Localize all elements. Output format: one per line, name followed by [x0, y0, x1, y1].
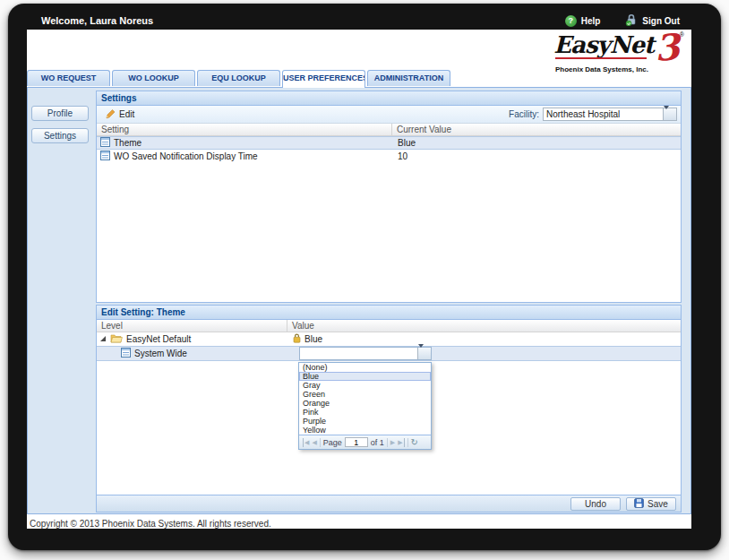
pencil-icon — [105, 108, 116, 121]
logo-brand: EasyNet — [553, 33, 654, 57]
pager-page-label: Page — [323, 438, 342, 447]
help-icon: ? — [565, 15, 577, 27]
logo-underline — [555, 57, 647, 59]
dropdown-item-none[interactable]: (None) — [299, 363, 431, 372]
tab-wo-request[interactable]: WO REQUEST — [27, 70, 110, 86]
settings-grid-header: Setting Current Value — [97, 124, 681, 136]
column-header-value[interactable]: Value — [287, 320, 681, 332]
pager-refresh-icon[interactable]: ↻ — [411, 437, 418, 448]
facility-value: Northeast Hospital — [546, 109, 620, 119]
folder-open-icon — [110, 333, 123, 345]
setting-name: WO Saved Notification Display Time — [114, 151, 258, 161]
edit-setting-title: Edit Setting: Theme — [97, 306, 681, 320]
tree-row-easynet-default[interactable]: EasyNet Default Blue — [97, 332, 681, 346]
setting-name: Theme — [114, 138, 142, 148]
combobox-chevron-down-icon[interactable] — [417, 348, 431, 359]
bottom-toolbar: Undo Save — [96, 495, 682, 513]
content-panel: Profile Settings Settings — [27, 87, 691, 514]
tab-user-preferences[interactable]: USER PREFERENCES — [282, 70, 365, 88]
sign-out-label: Sign Out — [642, 16, 680, 26]
settings-section-title: Settings — [97, 91, 681, 106]
lock-icon — [293, 333, 301, 345]
settings-toolbar: Edit Facility: Northeast Hospital — [97, 106, 681, 124]
table-row-theme[interactable]: Theme Blue — [97, 136, 681, 150]
pager-first-icon[interactable]: ◀ — [303, 438, 309, 447]
save-button-label: Save — [648, 499, 668, 509]
help-label: Help — [581, 16, 601, 26]
logo-registered-mark: ® — [680, 31, 684, 38]
setting-form-icon — [100, 137, 110, 149]
sidebar-item-settings[interactable]: Settings — [31, 128, 89, 143]
dropdown-item-blue[interactable]: Blue — [299, 372, 431, 381]
main-panel: Settings Edit Facili — [96, 90, 683, 513]
setting-current-value: 10 — [398, 151, 407, 161]
edit-button[interactable]: Edit — [100, 108, 139, 122]
facility-select[interactable]: Northeast Hospital — [543, 108, 677, 121]
easynet-logo: EasyNet 3 ® Phoenix Data Systems, Inc. — [550, 33, 684, 71]
dropdown-item-pink[interactable]: Pink — [299, 408, 431, 417]
column-header-current-value[interactable]: Current Value — [392, 124, 681, 135]
save-button[interactable]: Save — [626, 497, 676, 511]
help-button[interactable]: ? Help — [565, 15, 601, 27]
pager-next-icon[interactable]: ▶ — [390, 438, 395, 447]
theme-combobox[interactable] — [299, 347, 432, 360]
facility-label: Facility: — [509, 109, 539, 119]
edit-grid-header: Level Value — [97, 320, 681, 332]
pager-page-input[interactable] — [345, 437, 368, 447]
sign-out-lock-icon — [625, 13, 638, 28]
tree-node-label: EasyNet Default — [126, 334, 191, 344]
dropdown-item-purple[interactable]: Purple — [299, 417, 431, 426]
copyright-text: Copyright © 2013 Phoenix Data Systems. A… — [30, 519, 271, 529]
dropdown-item-green[interactable]: Green — [299, 390, 431, 399]
facility-chevron-down-icon[interactable] — [663, 108, 676, 120]
window-frame: Welcome, Laura Noreus ? Help Sign Out Ea… — [8, 4, 721, 550]
theme-dropdown-list: (None) Blue Gray Green Orange Pink Purpl… — [298, 362, 432, 450]
setting-form-icon — [100, 151, 110, 162]
setting-form-icon — [121, 348, 131, 359]
settings-section: Settings Edit Facili — [96, 90, 682, 303]
table-row-wo-saved-notification[interactable]: WO Saved Notification Display Time 10 — [97, 150, 681, 163]
tree-node-label: System Wide — [134, 349, 187, 358]
logo-number: 3 — [654, 32, 681, 63]
locked-value: Blue — [304, 334, 322, 344]
sidebar-item-profile[interactable]: Profile — [31, 106, 89, 121]
dropdown-pager: ◀ ◀ Page of 1 ▶ ▶ ↻ — [299, 435, 431, 449]
dropdown-item-gray[interactable]: Gray — [299, 381, 431, 390]
tab-equ-lookup[interactable]: EQU LOOKUP — [197, 70, 280, 86]
undo-button-label: Undo — [585, 499, 606, 509]
column-header-level[interactable]: Level — [97, 320, 287, 332]
pager-last-icon[interactable]: ▶ — [398, 438, 404, 447]
tree-expander-icon[interactable] — [99, 334, 107, 344]
dropdown-item-yellow[interactable]: Yellow — [299, 426, 431, 435]
setting-current-value: Blue — [398, 138, 416, 148]
tab-administration[interactable]: ADMINISTRATION — [367, 70, 450, 86]
welcome-text: Welcome, Laura Noreus — [41, 15, 153, 26]
edit-button-label: Edit — [119, 109, 134, 119]
combobox-value — [300, 349, 303, 358]
tab-strip: WO REQUEST WO LOOKUP EQU LOOKUP USER PRE… — [27, 70, 450, 87]
column-header-setting[interactable]: Setting — [97, 124, 392, 135]
save-floppy-icon — [634, 498, 644, 510]
tab-wo-lookup[interactable]: WO LOOKUP — [112, 70, 195, 86]
pager-prev-icon[interactable]: ◀ — [312, 438, 316, 447]
pager-of-label: of 1 — [371, 438, 384, 447]
dropdown-item-orange[interactable]: Orange — [299, 399, 431, 408]
tree-row-system-wide[interactable]: System Wide — [97, 346, 681, 361]
undo-button[interactable]: Undo — [570, 497, 621, 511]
app-surface: EasyNet 3 ® Phoenix Data Systems, Inc. W… — [27, 30, 691, 529]
